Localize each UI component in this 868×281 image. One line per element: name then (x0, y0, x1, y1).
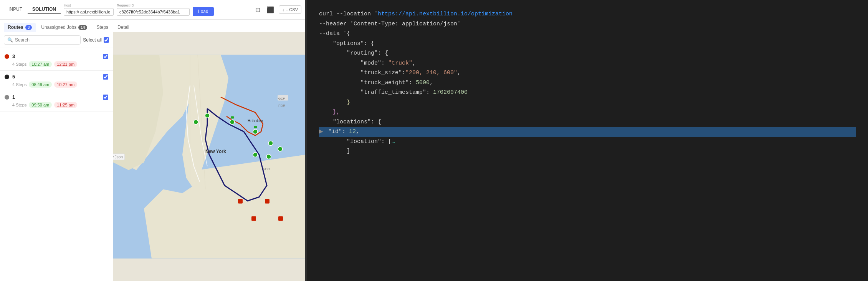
start-time: 09:50 am (29, 102, 52, 108)
code-line: ] (319, 146, 856, 156)
svg-rect-19 (238, 199, 243, 204)
main-content: 🔍 Select all 3 4 (0, 32, 305, 281)
route-item[interactable]: 1 4 Steps 09:50 am 11:25 am (0, 91, 113, 111)
code-line: curl --location 'https://api.nextbillion… (319, 9, 856, 19)
steps-label: 4 Steps (12, 62, 26, 67)
code-line: }, (319, 107, 856, 117)
tab-steps[interactable]: Steps (93, 23, 112, 32)
code-line: "options": { (319, 39, 856, 49)
svg-point-17 (193, 120, 198, 125)
show-json-toggle[interactable]: Show Json (113, 153, 125, 160)
highlighted-code-line: ▶ "id": 12, (319, 127, 856, 137)
code-line: --header 'Content-Type: application/json… (319, 19, 856, 29)
code-line: "mode": "truck", (319, 58, 856, 68)
end-time: 12:21 pm (54, 61, 77, 67)
route-details: 4 Steps 08:49 am 10:27 am (12, 81, 108, 88)
csv-button[interactable]: ↓ ↓ CSV (279, 5, 301, 14)
tab-detail[interactable]: Detail (114, 23, 133, 32)
select-all-row: Select all (83, 37, 109, 43)
select-all-label: Select all (83, 37, 102, 43)
sidebar-tabs: Routes 3 Unassigned Jobs 14 Steps Detail (0, 20, 305, 32)
start-time: 10:27 am (29, 61, 52, 67)
steps-label: 4 Steps (12, 103, 26, 107)
route-number: 5 (12, 74, 100, 80)
route-header: 5 (5, 74, 108, 80)
route-checkbox[interactable] (103, 54, 108, 59)
routes-badge: 3 (25, 25, 32, 30)
map-svg: Hoboken New York FDR FD (113, 32, 305, 281)
svg-text:New York: New York (205, 149, 226, 154)
select-all-checkbox[interactable] (104, 37, 109, 43)
map-area[interactable]: Hoboken New York FDR FD (113, 32, 305, 281)
tab-routes[interactable]: Routes 3 (4, 23, 36, 32)
svg-text:FDR: FDR (263, 167, 270, 171)
svg-text:GCP: GCP (278, 97, 285, 100)
route-item[interactable]: 5 4 Steps 08:49 am 10:27 am (0, 71, 113, 91)
tab-solution[interactable]: SOLUTION (28, 5, 61, 14)
svg-point-15 (266, 155, 271, 159)
request-id-label: Request ID (117, 3, 190, 7)
svg-text:FDR: FDR (278, 104, 286, 108)
route-checkbox[interactable] (103, 74, 108, 80)
svg-text:Hoboken: Hoboken (248, 119, 263, 123)
sidebar: 🔍 Select all 3 4 (0, 32, 113, 281)
steps-label: 4 Steps (12, 82, 26, 87)
route-dot (5, 75, 9, 79)
route-header: 1 (5, 94, 108, 100)
search-input[interactable] (15, 37, 77, 43)
code-line: } (319, 98, 856, 108)
share-icon-button[interactable]: ⬛ (265, 5, 276, 15)
route-details: 4 Steps 10:27 am 12:21 pm (12, 61, 108, 67)
code-line: --data '{ (319, 29, 856, 39)
bookmark-icon-button[interactable]: ⊡ (254, 5, 262, 15)
route-number: 1 (12, 94, 100, 100)
code-line: "truck_weight": 5000, (319, 78, 856, 88)
request-id-field: Request ID (117, 3, 190, 16)
start-time: 08:49 am (29, 81, 52, 88)
svg-point-18 (205, 113, 210, 118)
download-icon: ↓ (282, 7, 284, 12)
expand-arrow[interactable]: ▶ (319, 128, 323, 134)
end-time: 11:25 am (54, 102, 77, 108)
svg-point-11 (253, 130, 258, 134)
route-dot (5, 95, 9, 100)
code-line: "location": [… (319, 137, 856, 147)
unassigned-badge: 14 (78, 25, 87, 30)
end-time: 10:27 am (54, 81, 77, 88)
code-line: "locations": { (319, 117, 856, 127)
search-icon: 🔍 (7, 37, 13, 43)
svg-rect-10 (231, 116, 234, 119)
svg-point-16 (253, 153, 258, 157)
load-button[interactable]: Load (193, 7, 214, 16)
route-number: 3 (12, 53, 100, 59)
host-input[interactable] (64, 8, 114, 16)
route-item[interactable]: 3 4 Steps 10:27 am 12:21 pm (0, 50, 113, 71)
svg-rect-21 (251, 216, 256, 221)
search-row: 🔍 Select all (0, 32, 113, 48)
svg-point-13 (268, 141, 273, 146)
code-line: "truck_size":"200, 210, 600", (319, 68, 856, 78)
tab-unassigned[interactable]: Unassigned Jobs 14 (37, 23, 91, 32)
tab-input[interactable]: INPUT (4, 5, 27, 14)
code-line: "routing": { (319, 48, 856, 58)
host-label: Host (64, 3, 114, 7)
svg-rect-22 (278, 216, 283, 221)
code-block: curl --location 'https://api.nextbillion… (319, 9, 856, 156)
svg-rect-12 (254, 126, 257, 128)
svg-point-14 (278, 147, 283, 151)
host-field: Host (64, 3, 114, 16)
route-header: 3 (5, 53, 108, 59)
svg-point-9 (230, 120, 235, 125)
top-bar: INPUT SOLUTION Host Request ID Load ⊡ ⬛ … (0, 0, 305, 20)
tab-group: INPUT SOLUTION (4, 5, 61, 14)
route-checkbox[interactable] (103, 95, 108, 100)
code-panel: curl --location 'https://api.nextbillion… (307, 0, 868, 281)
left-panel: INPUT SOLUTION Host Request ID Load ⊡ ⬛ … (0, 0, 305, 281)
route-dot (5, 54, 9, 59)
search-box: 🔍 (4, 35, 81, 45)
routes-list: 3 4 Steps 10:27 am 12:21 pm 5 (0, 48, 113, 281)
code-line: "traffic_timestamp": 1702607400 (319, 88, 856, 98)
route-details: 4 Steps 09:50 am 11:25 am (12, 102, 108, 108)
svg-rect-20 (265, 199, 269, 204)
request-id-input[interactable] (117, 8, 190, 16)
